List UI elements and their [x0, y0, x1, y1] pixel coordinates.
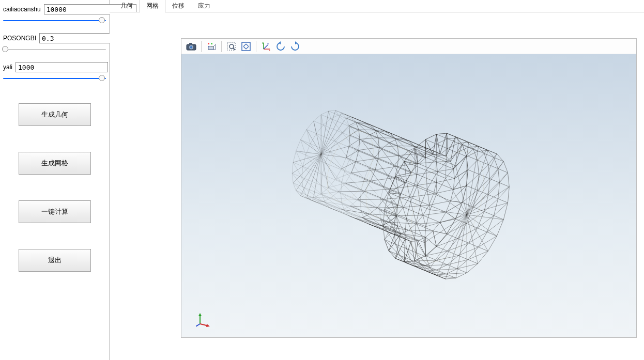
svg-line-398	[416, 224, 433, 231]
param-label: cailiaocanshu	[3, 6, 41, 13]
svg-line-549	[355, 218, 381, 226]
svg-line-810	[349, 122, 356, 126]
svg-line-481	[384, 227, 388, 232]
param-slider-cailiaocanshu[interactable]	[3, 17, 106, 25]
svg-marker-1033	[206, 324, 210, 327]
svg-line-718	[336, 133, 343, 142]
svg-line-750	[342, 162, 356, 169]
perspective-box-icon[interactable]	[205, 40, 218, 53]
svg-line-52	[426, 257, 430, 268]
generate-mesh-button[interactable]: 生成网格	[19, 152, 91, 175]
svg-line-983	[409, 176, 411, 185]
exit-button[interactable]: 退出	[19, 249, 91, 272]
svg-line-146	[436, 158, 446, 162]
svg-line-896	[440, 219, 455, 223]
svg-line-738	[359, 130, 375, 130]
svg-line-295	[448, 138, 458, 139]
param-label: POSONGBI	[3, 35, 36, 42]
svg-line-34	[478, 251, 488, 263]
svg-line-305	[462, 144, 473, 149]
svg-line-108	[458, 247, 479, 255]
svg-line-825	[292, 174, 293, 183]
svg-line-390	[429, 201, 451, 205]
svg-line-944	[437, 134, 440, 154]
svg-line-567	[345, 171, 361, 191]
svg-line-608	[371, 181, 390, 189]
svg-line-863	[321, 146, 349, 154]
svg-line-392	[429, 205, 446, 212]
svg-line-91	[508, 173, 509, 186]
svg-line-217	[436, 149, 447, 158]
svg-line-610	[377, 199, 384, 208]
svg-line-568	[364, 168, 369, 179]
tab-mesh[interactable]: 网格	[140, 0, 165, 12]
svg-line-948	[447, 133, 455, 137]
rotate-cw-icon[interactable]	[288, 40, 302, 53]
svg-line-842	[467, 215, 488, 251]
svg-line-104	[478, 228, 487, 232]
svg-line-12	[233, 48, 235, 50]
camera-icon[interactable]	[185, 40, 198, 53]
generate-geometry-button[interactable]: 生成几何	[19, 103, 91, 126]
svg-line-795	[321, 115, 323, 125]
svg-line-112	[446, 269, 457, 274]
svg-line-86	[487, 150, 497, 154]
svg-line-92	[498, 169, 508, 173]
svg-line-230	[466, 142, 477, 146]
svg-line-791	[306, 130, 316, 134]
rotate-ccw-icon[interactable]	[274, 40, 287, 53]
param-slider-posongbi[interactable]	[3, 45, 106, 54]
svg-line-818	[329, 179, 335, 188]
zoom-fit-icon[interactable]	[239, 40, 253, 53]
svg-line-886	[454, 169, 468, 178]
svg-line-384	[436, 179, 454, 182]
svg-line-984	[405, 185, 409, 194]
svg-line-468	[396, 215, 423, 216]
svg-line-1019	[328, 164, 330, 173]
svg-line-23	[499, 183, 509, 187]
svg-line-255	[425, 251, 447, 256]
svg-line-971	[412, 202, 416, 217]
svg-line-746	[349, 146, 359, 150]
svg-marker-21	[295, 41, 297, 44]
param-slider-yali[interactable]	[3, 74, 106, 83]
svg-line-189	[415, 267, 436, 270]
tab-displacement[interactable]: 位移	[165, 0, 191, 12]
svg-line-771	[296, 191, 311, 200]
svg-line-682	[358, 191, 364, 200]
svg-line-389	[434, 194, 451, 201]
axes-icon[interactable]: zxy	[259, 40, 273, 53]
svg-line-697	[325, 202, 330, 208]
svg-line-35	[478, 247, 488, 251]
svg-line-830	[306, 121, 313, 130]
svg-line-71	[436, 174, 446, 178]
svg-line-612	[358, 199, 384, 200]
svg-line-232	[484, 153, 488, 165]
svg-line-502	[394, 157, 401, 166]
zoom-box-icon[interactable]	[225, 40, 238, 53]
svg-line-395	[423, 215, 440, 223]
compute-button[interactable]: 一键计算	[19, 200, 91, 223]
svg-line-603	[375, 166, 397, 170]
tab-stress[interactable]: 应力	[191, 0, 217, 12]
viewport-3d[interactable]	[181, 54, 636, 337]
svg-line-805	[351, 117, 356, 122]
mesh-wireframe	[181, 54, 636, 337]
svg-line-871	[301, 154, 321, 196]
svg-line-816	[342, 158, 346, 169]
svg-line-758	[329, 187, 339, 192]
svg-line-815	[346, 146, 349, 158]
svg-line-947	[446, 133, 447, 156]
svg-line-261	[404, 262, 425, 265]
svg-line-424	[401, 183, 405, 194]
svg-line-959	[479, 196, 483, 211]
svg-line-524	[417, 154, 437, 162]
svg-line-1011	[350, 193, 357, 198]
svg-line-25	[503, 203, 508, 220]
svg-line-220	[448, 143, 458, 148]
svg-line-778	[302, 166, 303, 177]
svg-line-574	[375, 149, 381, 158]
tab-geometry[interactable]: 几何	[114, 0, 140, 12]
svg-line-598	[397, 155, 398, 166]
param-input-yali[interactable]	[16, 62, 108, 72]
